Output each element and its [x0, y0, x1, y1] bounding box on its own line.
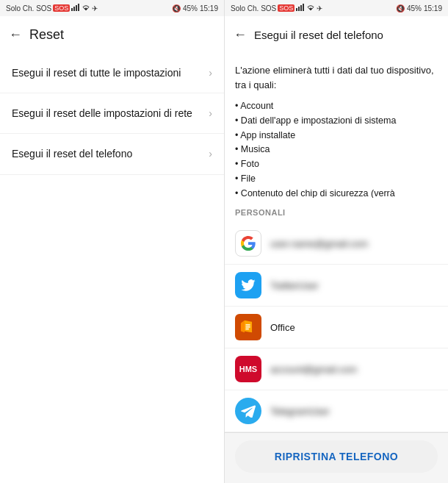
bullet-apps: • App installate	[235, 129, 438, 143]
bullet-music: • Musica	[235, 143, 438, 157]
twitter-icon	[235, 272, 261, 298]
accounts-list: user.name@gmail.com TwitterUser	[225, 223, 448, 432]
bottom-button-container: RIPRISTINA TELEFONO	[225, 432, 448, 483]
status-bar-right: Solo Ch. SOS SOS ✈ 🔇 45% 15:19	[225, 0, 448, 16]
mute-icon-left: 🔇	[172, 4, 181, 12]
twitter-account-info: TwitterUser	[270, 280, 438, 291]
svg-rect-10	[245, 329, 249, 329]
carrier-right: Solo Ch. SOS	[231, 4, 276, 12]
battery-right: 45%	[407, 4, 422, 12]
time-right: 15:19	[424, 4, 442, 12]
menu-item-all-settings-label: Esegui il reset di tutte le impostazioni	[12, 66, 181, 79]
google-account-info: user.name@gmail.com	[270, 238, 438, 249]
battery-left: 45%	[183, 4, 198, 12]
svg-rect-7	[303, 4, 304, 11]
bullet-files: • File	[235, 172, 438, 186]
telegram-icon	[235, 398, 261, 424]
left-page-title: Reset	[29, 27, 64, 43]
menu-item-all-settings[interactable]: Esegui il reset di tutte le impostazioni…	[0, 53, 224, 93]
chevron-icon-3: ›	[209, 148, 212, 160]
status-right-left: Solo Ch. SOS SOS ✈	[231, 4, 322, 12]
hms-account-email: account@gmail.com	[270, 364, 438, 375]
signal-icon-right	[296, 4, 305, 12]
airplane-icon-left: ✈	[92, 4, 98, 12]
account-row-twitter[interactable]: TwitterUser	[225, 265, 448, 307]
office-account-name: Office	[270, 322, 438, 333]
bullet-account: • Account	[235, 99, 438, 113]
telegram-account-name: TelegramUser	[270, 406, 438, 417]
hms-icon: HMS	[235, 356, 261, 382]
menu-list: Esegui il reset di tutte le impostazioni…	[0, 53, 224, 483]
right-page-title: Esegui il reset del telefono	[254, 29, 383, 41]
status-right-right: 🔇 45% 15:19	[396, 4, 442, 12]
time-left: 15:19	[200, 4, 218, 12]
status-bar-left: Solo Ch. SOS SOS ✈ 🔇 45% 15:19	[0, 0, 224, 16]
office-account-info: Office	[270, 322, 438, 333]
left-panel: Solo Ch. SOS SOS ✈ 🔇 45% 15:19 ← Reset E…	[0, 0, 224, 483]
menu-item-phone-reset[interactable]: Esegui il reset del telefono ›	[0, 134, 224, 174]
description-text: L'azione eliminerà tutti i dati dal tuo …	[235, 63, 438, 92]
back-button-left[interactable]: ←	[9, 27, 22, 43]
google-account-email: user.name@gmail.com	[270, 238, 438, 249]
chevron-icon-2: ›	[209, 107, 212, 119]
carrier-left: Solo Ch. SOS	[6, 4, 51, 12]
sos-right: SOS	[278, 4, 295, 12]
mute-icon-right: 🔇	[396, 4, 405, 12]
bullets-list: • Account • Dati dell'app e impostazioni…	[235, 99, 438, 198]
right-panel: Solo Ch. SOS SOS ✈ 🔇 45% 15:19 ← Esegui …	[224, 0, 448, 483]
svg-rect-6	[300, 5, 302, 11]
account-row-telegram[interactable]: TelegramUser	[225, 390, 448, 432]
section-personali-label: PERSONALI	[225, 208, 448, 217]
airplane-icon-right: ✈	[317, 4, 322, 12]
svg-rect-4	[296, 8, 297, 11]
right-main-content: L'azione eliminerà tutti i dati dal tuo …	[225, 53, 448, 198]
hms-text: HMS	[239, 365, 257, 373]
bullet-app-data: • Dati dell'app e impostazioni di sistem…	[235, 114, 438, 128]
telegram-account-info: TelegramUser	[270, 406, 438, 417]
account-row-office[interactable]: Office	[225, 307, 448, 348]
bullet-photos: • Foto	[235, 157, 438, 171]
svg-rect-3	[78, 4, 79, 11]
back-button-right[interactable]: ←	[234, 27, 247, 43]
status-left-info: Solo Ch. SOS SOS ✈	[6, 4, 98, 12]
sos-left: SOS	[53, 4, 70, 12]
right-top-bar: ← Esegui il reset del telefono	[225, 16, 448, 53]
menu-item-phone-reset-label: Esegui il reset del telefono	[12, 147, 132, 160]
account-row-google[interactable]: user.name@gmail.com	[225, 223, 448, 265]
office-icon	[235, 314, 261, 340]
wifi-icon-right	[306, 4, 315, 12]
status-right-info: 🔇 45% 15:19	[172, 4, 218, 12]
twitter-account-name: TwitterUser	[270, 280, 438, 291]
account-row-hms[interactable]: HMS account@gmail.com	[225, 348, 448, 390]
svg-rect-9	[245, 326, 250, 327]
menu-item-network-settings-label: Esegui il reset delle impostazioni di re…	[12, 107, 192, 120]
google-icon	[235, 230, 261, 257]
chevron-icon-1: ›	[209, 67, 212, 79]
menu-item-network-settings[interactable]: Esegui il reset delle impostazioni di re…	[0, 93, 224, 134]
wifi-icon-left	[82, 4, 90, 12]
svg-rect-0	[71, 8, 73, 11]
svg-rect-8	[245, 324, 250, 325]
hms-account-info: account@gmail.com	[270, 364, 438, 375]
ripristina-button[interactable]: RIPRISTINA TELEFONO	[235, 440, 438, 473]
bullet-chip: • Contenuto del chip di sicurezza (verrà…	[235, 187, 438, 198]
svg-rect-2	[76, 5, 77, 11]
left-top-bar: ← Reset	[0, 16, 224, 53]
svg-rect-1	[73, 7, 75, 11]
signal-icon-left	[71, 4, 80, 12]
svg-rect-5	[298, 7, 300, 11]
